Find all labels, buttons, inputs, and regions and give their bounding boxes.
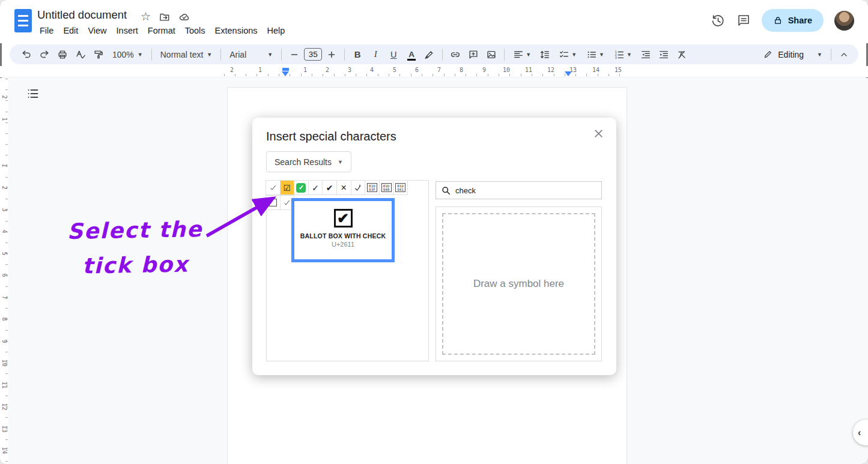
share-button[interactable]: Share xyxy=(762,9,824,32)
ruler-number: 5 xyxy=(389,67,400,73)
menu-file[interactable]: File xyxy=(35,24,58,37)
increase-font-size-button[interactable] xyxy=(323,46,340,62)
align-button[interactable]: ▼ xyxy=(509,46,535,62)
zoom-select[interactable]: 100%▼ xyxy=(108,46,147,62)
menu-extensions[interactable]: Extensions xyxy=(210,24,263,37)
side-panel-toggle-button[interactable]: ‹ xyxy=(853,420,868,445)
document-canvas: 211234567891011121314 Insert special cha… xyxy=(0,78,868,464)
ruler-number: 7 xyxy=(434,67,445,73)
menu-help[interactable]: Help xyxy=(263,24,290,37)
ruler-tick xyxy=(5,144,8,145)
clear-formatting-button[interactable] xyxy=(673,46,690,62)
spellcheck-button[interactable] xyxy=(72,46,89,62)
ruler-number: 6 xyxy=(411,67,422,73)
font-size-input[interactable]: 35 xyxy=(304,48,322,61)
user-avatar[interactable] xyxy=(834,11,854,31)
decrease-indent-button[interactable] xyxy=(637,46,654,62)
insert-image-button[interactable] xyxy=(483,46,500,62)
char-cell-glyph-box-1d93f[interactable]: 01D93F xyxy=(365,180,380,195)
search-value: check xyxy=(455,186,476,195)
mode-label: Editing xyxy=(778,50,804,59)
version-history-icon[interactable] xyxy=(711,13,726,28)
chevron-down-icon: ▼ xyxy=(338,159,343,165)
text-color-button[interactable]: A xyxy=(403,46,420,62)
ruler-tick xyxy=(5,264,8,265)
menu-edit[interactable]: Edit xyxy=(58,24,83,37)
menu-tools[interactable]: Tools xyxy=(180,24,210,37)
paint-format-button[interactable] xyxy=(90,46,107,62)
char-cell-glyph-box-1d940[interactable]: 01D940 xyxy=(379,180,394,195)
document-outline-button[interactable] xyxy=(25,86,40,101)
chevron-down-icon: ▼ xyxy=(627,52,632,58)
bold-button[interactable]: B xyxy=(349,46,366,62)
first-line-indent-marker[interactable] xyxy=(282,68,289,71)
ruler-number: 6 xyxy=(1,271,8,280)
ruler-tick xyxy=(345,74,345,76)
character-code: U+2611 xyxy=(332,241,354,248)
redo-button[interactable] xyxy=(36,46,53,62)
ruler-number: 2 xyxy=(1,184,8,192)
comments-icon[interactable] xyxy=(736,13,751,28)
ruler-tick xyxy=(399,74,400,76)
font-value: Arial xyxy=(229,50,246,59)
app-window: Untitled document ☆ FileEditViewInsertFo… xyxy=(0,0,868,464)
increase-indent-button[interactable] xyxy=(655,46,672,62)
menu-view[interactable]: View xyxy=(83,24,111,37)
share-label: Share xyxy=(788,16,812,25)
ruler-tick xyxy=(5,286,8,287)
italic-button[interactable]: I xyxy=(367,46,384,62)
char-cell-check-mark[interactable]: ✓ xyxy=(308,180,323,195)
char-cell-heavy-check-mark[interactable]: ✔ xyxy=(322,180,337,195)
ruler-tick xyxy=(356,74,356,76)
undo-button[interactable] xyxy=(18,46,35,62)
font-select[interactable]: Arial▼ xyxy=(225,46,277,62)
numbered-list-button[interactable]: 123▼ xyxy=(610,46,636,62)
collapse-toolbar-button[interactable] xyxy=(836,46,852,62)
ruler-number: 13 xyxy=(1,425,8,433)
ruler-number: 9 xyxy=(479,67,490,73)
left-indent-marker[interactable] xyxy=(282,71,289,76)
decrease-font-size-button[interactable] xyxy=(286,46,303,62)
ruler-tick xyxy=(378,74,378,76)
right-indent-marker[interactable] xyxy=(565,71,572,76)
move-to-folder-icon[interactable] xyxy=(159,11,170,22)
char-cell-glyph-box-1d941[interactable]: 01D941 xyxy=(393,180,408,195)
ruler-number: 2 xyxy=(322,67,333,73)
underline-button[interactable]: U xyxy=(385,46,402,62)
paragraph-style-select[interactable]: Normal text▼ xyxy=(156,46,217,62)
close-icon[interactable] xyxy=(592,127,604,139)
ruler-tick xyxy=(5,177,8,178)
star-icon[interactable]: ☆ xyxy=(141,10,151,23)
ruler-tick xyxy=(5,133,8,134)
ruler-tick xyxy=(476,74,477,76)
character-search-input[interactable]: check xyxy=(436,181,602,199)
google-docs-icon[interactable] xyxy=(14,9,32,32)
document-title[interactable]: Untitled document xyxy=(37,8,127,22)
draw-area[interactable]: Draw a symbol here xyxy=(442,213,595,355)
bulleted-list-button[interactable]: ▼ xyxy=(582,46,609,62)
char-cell-white-heavy-check-mark[interactable]: ✓ xyxy=(294,180,309,195)
char-cell-multiplication-x[interactable]: × xyxy=(336,180,351,195)
ruler-tick xyxy=(5,330,8,331)
insert-link-button[interactable] xyxy=(447,46,464,62)
checklist-button[interactable]: ▼ xyxy=(554,46,581,62)
print-button[interactable] xyxy=(54,46,71,62)
outline-icon xyxy=(26,88,39,100)
cloud-saved-icon[interactable] xyxy=(178,11,190,22)
ruler-tick xyxy=(224,74,225,76)
editing-mode-select[interactable]: Editing ▼ xyxy=(759,46,827,62)
add-comment-button[interactable] xyxy=(465,46,482,62)
line-spacing-button[interactable] xyxy=(536,46,553,62)
header: Untitled document ☆ FileEditViewInsertFo… xyxy=(0,0,868,43)
menu-format[interactable]: Format xyxy=(143,24,180,37)
category-dropdown[interactable]: Search Results ▼ xyxy=(266,151,351,172)
menu-insert[interactable]: Insert xyxy=(112,24,143,37)
highlight-color-button[interactable] xyxy=(421,46,438,62)
menu-bar: FileEditViewInsertFormatToolsExtensionsH… xyxy=(35,24,290,37)
horizontal-ruler[interactable]: 21123456789101112131415 xyxy=(0,66,868,77)
ruler-number: 8 xyxy=(456,67,467,73)
draw-symbol-panel[interactable]: Draw a symbol here xyxy=(436,206,602,361)
ruler-tick xyxy=(5,439,8,440)
char-cell-not-check-mark[interactable] xyxy=(351,180,366,195)
vertical-ruler[interactable]: 211234567891011121314 xyxy=(0,78,8,464)
